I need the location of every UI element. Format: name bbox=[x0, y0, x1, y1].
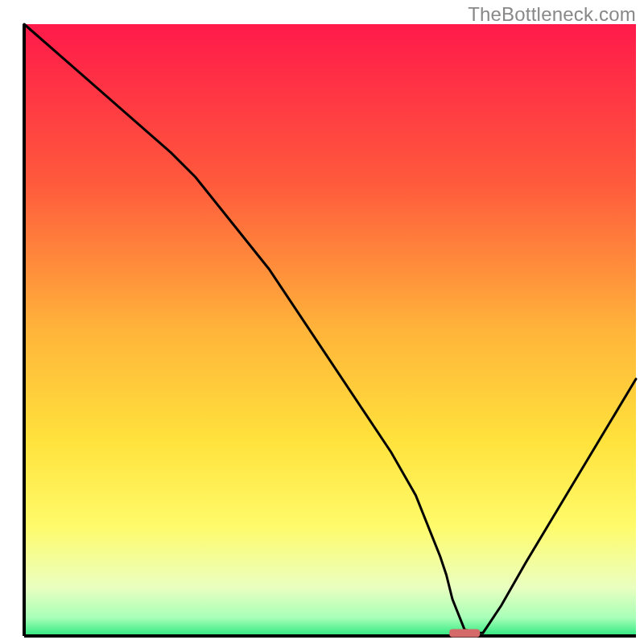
watermark-text: TheBottleneck.com bbox=[468, 3, 636, 26]
plot-background bbox=[24, 24, 636, 636]
chart-wrapper: TheBottleneck.com bbox=[0, 0, 644, 644]
bottleneck-chart bbox=[0, 0, 644, 644]
valley-marker bbox=[449, 630, 480, 638]
